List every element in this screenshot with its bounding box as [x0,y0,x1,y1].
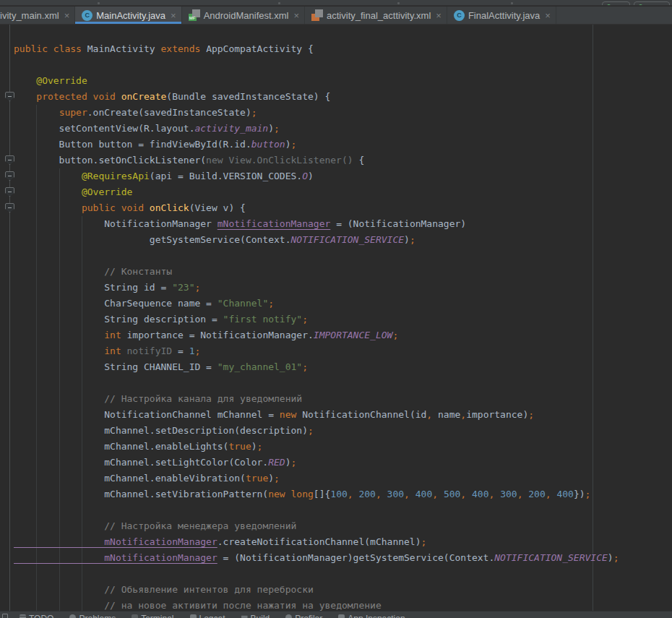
tool-window-label: App Inspection [348,611,405,618]
code-token: @Override [36,75,87,86]
code-line: mNotificationManager.createNotificationC… [14,534,619,550]
code-token: NotificationManager [14,218,217,229]
code-token: protected void [36,91,121,102]
code-token [14,107,59,118]
code-token: 400 [472,489,488,499]
code-token: ; [392,330,398,340]
code-editor[interactable]: public class MainActivity extends AppCom… [0,25,672,611]
code-token [14,186,82,197]
code-token: ; [274,473,280,484]
code-token: public void [82,202,150,213]
code-token: importance = NotificationManager. [121,330,314,340]
code-line: // Настройка менеджера уведомлений [14,518,619,534]
code-token: "first notify" [223,314,303,325]
code-token: = (NotificationManager) [330,218,466,229]
tool-window-button-profiler[interactable]: Profiler [285,611,322,618]
code-token [14,346,104,356]
code-token: 100 [330,489,347,499]
editor-tab-2[interactable]: MF AndroidManifest.xml × [182,7,305,24]
code-token: ; [308,425,314,436]
code-line: super.onCreate(savedInstanceState); [14,105,619,121]
code-token: mChannel.setLightColor(Color. [14,457,268,468]
gutter-fold-line [9,25,10,611]
tool-window-button-build[interactable]: Build [241,611,270,618]
tool-window-button-app-inspection[interactable]: App Inspection [338,611,405,618]
code-line [14,566,619,582]
code-token: []{ [314,489,330,499]
code-line [14,57,619,73]
code-line: mNotificationManager = (NotificationMana… [14,550,619,566]
code-token [14,266,104,277]
code-token [14,600,104,611]
tab-close-icon[interactable]: × [293,11,299,20]
code-token: O [302,171,308,181]
tool-window-label: Profiler [295,611,322,618]
code-token: ) [285,139,291,150]
code-line: int notifyID = 1; [14,343,619,359]
code-token: .createNotificationChannel(mChannel) [217,536,421,547]
code-token: name [432,409,460,420]
code-token: .onCreate(savedInstanceState) [87,107,251,118]
code-token: ; [194,282,200,293]
tool-window-bar: TODO Problems Terminal Logcat Build Prof… [0,611,672,618]
code-line: mChannel.setLightColor(Color.RED); [14,455,619,471]
code-token: ; [274,123,280,134]
code-token: int [104,346,121,356]
tool-window-button-todo[interactable]: TODO [20,611,53,618]
code-line: setContentView(R.layout.activity_main); [14,121,619,137]
code-token: ; [410,234,415,245]
code-token: mNotificationManager [14,536,217,547]
code-token: public class [14,43,87,54]
editor-tab-3[interactable]: activity_final_acttivity.xml × [305,7,447,24]
code-line: int importance = NotificationManager.IMP… [14,327,619,343]
code-token: @Override [82,186,132,197]
code-line: // Настройка канала для уведомлений [14,391,619,407]
code-token: }) [574,489,585,499]
editor-tab-1[interactable]: C MainActivity.java × [75,7,181,24]
code-token: 200 [358,489,375,499]
code-token: NOTIFICATION_SERVICE [291,234,405,245]
code-token: true [246,473,268,484]
code-line: // на новое активити после нажатия на ув… [14,598,619,611]
code-token: "23" [172,282,194,293]
run-icon [607,4,611,6]
code-line: @Override [14,73,619,89]
tool-window-buttons: TODO Problems Terminal Logcat Build Prof… [20,611,421,618]
tab-close-icon[interactable]: × [171,11,176,20]
code-line [14,502,619,518]
code-line [14,375,619,391]
code-token: ; [194,346,200,356]
tab-close-icon[interactable]: × [436,11,441,20]
code-token: ) [268,473,274,484]
device-widget[interactable] [634,1,670,6]
code-token: 400 [556,489,573,499]
tab-close-icon[interactable]: × [545,11,551,20]
code-token: button [251,139,285,150]
code-line: CharSequence name = "Channel"; [14,296,619,312]
window-icon[interactable] [2,614,8,618]
code-token: ; [302,361,308,372]
tool-window-button-logcat[interactable]: Logcat [190,611,225,618]
tab-label: ivity_main.xml [0,10,59,21]
device-status-icon [639,4,642,6]
code-line: String CHANNEL_ID = "my_channel_01"; [14,359,619,375]
code-line: NotificationChannel mChannel = new Notif… [14,407,619,423]
code-token: // на новое активити после нажатия на ув… [104,600,382,611]
code-token: , [460,409,466,420]
editor-tab-4[interactable]: C FinalActtivity.java × [447,7,556,24]
editor-tab-0[interactable]: ivity_main.xml × [0,7,75,24]
tool-window-button-terminal[interactable]: Terminal [132,611,173,618]
todo-icon [20,614,26,618]
code-token: onClick [150,202,189,213]
code-line: mChannel.enableVibration(true); [14,471,619,486]
tool-window-button-problems[interactable]: Problems [69,611,116,618]
code-token: activity_main [194,123,268,134]
run-widget[interactable] [602,1,630,6]
code-token: NOTIFICATION_SERVICE [494,552,608,563]
tab-close-icon[interactable]: × [64,11,70,20]
code-token: , [376,489,387,499]
code-token: mChannel.enableVibration( [14,473,246,484]
code-token: // Настройка канала для уведомлений [104,393,302,404]
tab-label: MainActivity.java [96,10,165,21]
code-token [14,75,36,86]
